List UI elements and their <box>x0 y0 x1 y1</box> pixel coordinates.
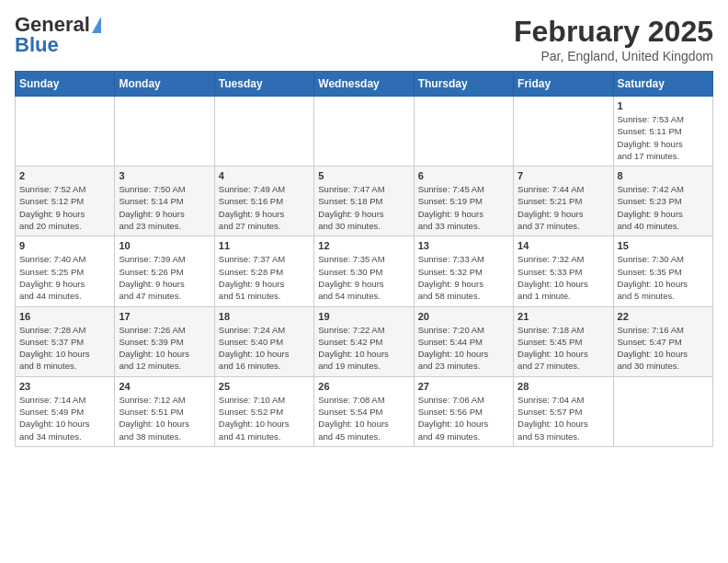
calendar-cell <box>314 97 414 167</box>
calendar-cell: 10Sunrise: 7:39 AM Sunset: 5:26 PM Dayli… <box>115 236 214 306</box>
day-info: Sunrise: 7:47 AM Sunset: 5:18 PM Dayligh… <box>318 183 409 232</box>
day-number: 21 <box>518 311 609 322</box>
calendar-cell: 5Sunrise: 7:47 AM Sunset: 5:18 PM Daylig… <box>314 167 414 236</box>
calendar-week-row: 23Sunrise: 7:14 AM Sunset: 5:49 PM Dayli… <box>16 376 713 446</box>
calendar-cell: 26Sunrise: 7:08 AM Sunset: 5:54 PM Dayli… <box>314 376 414 446</box>
day-number: 17 <box>119 311 210 322</box>
calendar-cell: 24Sunrise: 7:12 AM Sunset: 5:51 PM Dayli… <box>115 376 214 446</box>
calendar-cell: 17Sunrise: 7:26 AM Sunset: 5:39 PM Dayli… <box>115 306 214 376</box>
day-number: 26 <box>318 381 409 392</box>
day-info: Sunrise: 7:35 AM Sunset: 5:30 PM Dayligh… <box>318 253 409 302</box>
day-number: 14 <box>518 240 609 251</box>
day-info: Sunrise: 7:37 AM Sunset: 5:28 PM Dayligh… <box>219 253 310 302</box>
day-number: 4 <box>219 170 310 181</box>
day-number: 23 <box>19 381 110 392</box>
calendar-cell: 6Sunrise: 7:45 AM Sunset: 5:19 PM Daylig… <box>414 167 513 236</box>
day-info: Sunrise: 7:24 AM Sunset: 5:40 PM Dayligh… <box>219 324 310 373</box>
day-number: 11 <box>219 240 310 251</box>
calendar-week-row: 16Sunrise: 7:28 AM Sunset: 5:37 PM Dayli… <box>16 306 713 376</box>
day-info: Sunrise: 7:44 AM Sunset: 5:21 PM Dayligh… <box>518 183 609 232</box>
calendar-cell: 1Sunrise: 7:53 AM Sunset: 5:11 PM Daylig… <box>613 97 712 167</box>
logo: General Blue <box>15 15 101 55</box>
day-number: 7 <box>518 170 609 181</box>
day-number: 2 <box>19 170 110 181</box>
calendar-cell <box>16 97 115 167</box>
day-info: Sunrise: 7:06 AM Sunset: 5:56 PM Dayligh… <box>418 394 509 442</box>
calendar-week-row: 2Sunrise: 7:52 AM Sunset: 5:12 PM Daylig… <box>16 167 713 236</box>
calendar-cell <box>214 97 313 167</box>
weekday-header-sunday: Sunday <box>16 72 115 97</box>
calendar-cell: 22Sunrise: 7:16 AM Sunset: 5:47 PM Dayli… <box>613 306 712 376</box>
day-info: Sunrise: 7:16 AM Sunset: 5:47 PM Dayligh… <box>618 324 709 373</box>
day-number: 18 <box>219 311 310 322</box>
calendar-cell <box>514 97 613 167</box>
day-info: Sunrise: 7:49 AM Sunset: 5:16 PM Dayligh… <box>219 183 310 232</box>
calendar-cell: 13Sunrise: 7:33 AM Sunset: 5:32 PM Dayli… <box>414 236 513 306</box>
day-info: Sunrise: 7:30 AM Sunset: 5:35 PM Dayligh… <box>618 253 709 302</box>
calendar-cell: 4Sunrise: 7:49 AM Sunset: 5:16 PM Daylig… <box>214 167 313 236</box>
day-info: Sunrise: 7:42 AM Sunset: 5:23 PM Dayligh… <box>618 183 709 232</box>
weekday-header-thursday: Thursday <box>414 72 513 97</box>
weekday-header-saturday: Saturday <box>613 72 712 97</box>
calendar-cell: 3Sunrise: 7:50 AM Sunset: 5:14 PM Daylig… <box>115 167 214 236</box>
calendar-cell: 15Sunrise: 7:30 AM Sunset: 5:35 PM Dayli… <box>613 236 712 306</box>
day-info: Sunrise: 7:32 AM Sunset: 5:33 PM Dayligh… <box>518 253 609 302</box>
calendar-cell: 25Sunrise: 7:10 AM Sunset: 5:52 PM Dayli… <box>214 376 313 446</box>
day-info: Sunrise: 7:39 AM Sunset: 5:26 PM Dayligh… <box>119 253 210 302</box>
calendar-cell: 9Sunrise: 7:40 AM Sunset: 5:25 PM Daylig… <box>16 236 115 306</box>
day-info: Sunrise: 7:10 AM Sunset: 5:52 PM Dayligh… <box>219 394 310 442</box>
title-block: February 2025 Par, England, United Kingd… <box>514 15 713 63</box>
calendar-cell: 18Sunrise: 7:24 AM Sunset: 5:40 PM Dayli… <box>214 306 313 376</box>
day-number: 5 <box>318 170 409 181</box>
calendar-cell: 28Sunrise: 7:04 AM Sunset: 5:57 PM Dayli… <box>514 376 613 446</box>
day-number: 15 <box>618 240 709 251</box>
day-info: Sunrise: 7:28 AM Sunset: 5:37 PM Dayligh… <box>19 324 110 373</box>
day-number: 3 <box>119 170 210 181</box>
logo-text-blue: Blue <box>15 35 59 55</box>
day-number: 25 <box>219 381 310 392</box>
day-info: Sunrise: 7:40 AM Sunset: 5:25 PM Dayligh… <box>19 253 110 302</box>
day-info: Sunrise: 7:33 AM Sunset: 5:32 PM Dayligh… <box>418 253 509 302</box>
day-info: Sunrise: 7:26 AM Sunset: 5:39 PM Dayligh… <box>119 324 210 373</box>
calendar-cell: 20Sunrise: 7:20 AM Sunset: 5:44 PM Dayli… <box>414 306 513 376</box>
calendar-cell: 2Sunrise: 7:52 AM Sunset: 5:12 PM Daylig… <box>16 167 115 236</box>
day-number: 9 <box>19 240 110 251</box>
day-info: Sunrise: 7:22 AM Sunset: 5:42 PM Dayligh… <box>318 324 409 373</box>
day-number: 12 <box>318 240 409 251</box>
weekday-header-tuesday: Tuesday <box>214 72 313 97</box>
calendar-cell: 14Sunrise: 7:32 AM Sunset: 5:33 PM Dayli… <box>514 236 613 306</box>
calendar-week-row: 1Sunrise: 7:53 AM Sunset: 5:11 PM Daylig… <box>16 97 713 167</box>
weekday-header-monday: Monday <box>115 72 214 97</box>
calendar-cell: 16Sunrise: 7:28 AM Sunset: 5:37 PM Dayli… <box>16 306 115 376</box>
calendar-cell: 19Sunrise: 7:22 AM Sunset: 5:42 PM Dayli… <box>314 306 414 376</box>
day-info: Sunrise: 7:53 AM Sunset: 5:11 PM Dayligh… <box>618 113 709 162</box>
calendar-cell <box>115 97 214 167</box>
day-info: Sunrise: 7:08 AM Sunset: 5:54 PM Dayligh… <box>318 394 409 442</box>
day-info: Sunrise: 7:52 AM Sunset: 5:12 PM Dayligh… <box>19 183 110 232</box>
calendar-week-row: 9Sunrise: 7:40 AM Sunset: 5:25 PM Daylig… <box>16 236 713 306</box>
day-number: 28 <box>518 381 609 392</box>
logo-triangle-icon <box>92 17 101 33</box>
logo-text-general: General <box>15 15 90 35</box>
day-number: 22 <box>618 311 709 322</box>
calendar-cell <box>414 97 513 167</box>
calendar-cell: 21Sunrise: 7:18 AM Sunset: 5:45 PM Dayli… <box>514 306 613 376</box>
weekday-header-friday: Friday <box>514 72 613 97</box>
page-title: February 2025 <box>514 15 713 49</box>
weekday-header-wednesday: Wednesday <box>314 72 414 97</box>
page-header: General Blue February 2025 Par, England,… <box>15 15 713 63</box>
calendar-cell: 11Sunrise: 7:37 AM Sunset: 5:28 PM Dayli… <box>214 236 313 306</box>
day-info: Sunrise: 7:45 AM Sunset: 5:19 PM Dayligh… <box>418 183 509 232</box>
day-info: Sunrise: 7:12 AM Sunset: 5:51 PM Dayligh… <box>119 394 210 442</box>
day-number: 27 <box>418 381 509 392</box>
day-info: Sunrise: 7:18 AM Sunset: 5:45 PM Dayligh… <box>518 324 609 373</box>
day-number: 16 <box>19 311 110 322</box>
calendar-table: SundayMondayTuesdayWednesdayThursdayFrid… <box>15 71 713 447</box>
day-number: 1 <box>618 100 709 111</box>
day-info: Sunrise: 7:50 AM Sunset: 5:14 PM Dayligh… <box>119 183 210 232</box>
calendar-cell: 27Sunrise: 7:06 AM Sunset: 5:56 PM Dayli… <box>414 376 513 446</box>
day-info: Sunrise: 7:14 AM Sunset: 5:49 PM Dayligh… <box>19 394 110 442</box>
day-number: 6 <box>418 170 509 181</box>
calendar-cell: 12Sunrise: 7:35 AM Sunset: 5:30 PM Dayli… <box>314 236 414 306</box>
day-number: 10 <box>119 240 210 251</box>
